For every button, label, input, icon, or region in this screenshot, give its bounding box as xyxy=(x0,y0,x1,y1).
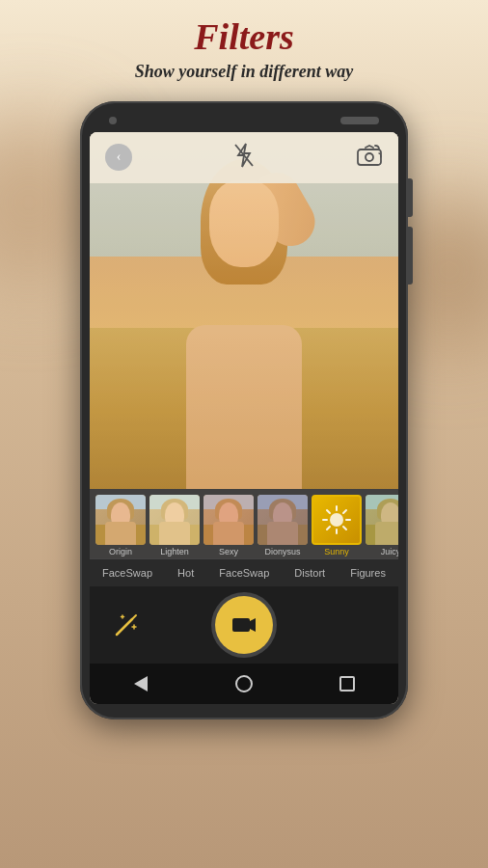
svg-line-12 xyxy=(327,527,330,529)
filter-dionysus-thumb xyxy=(258,495,308,545)
svg-rect-2 xyxy=(358,149,381,165)
back-button[interactable]: ‹ xyxy=(105,144,132,171)
svg-rect-19 xyxy=(232,618,250,632)
header: Filters Show yourself in different way xyxy=(0,0,488,92)
svg-line-13 xyxy=(117,619,132,635)
svg-line-9 xyxy=(327,510,330,513)
camera-switch-icon[interactable] xyxy=(356,144,383,171)
filter-dionysus-label: Dionysus xyxy=(264,547,300,556)
recent-nav-icon[interactable] xyxy=(337,673,358,694)
tab-faceswap-2[interactable]: FaceSwap xyxy=(215,565,273,581)
filter-sexy-label: Sexy xyxy=(219,547,238,556)
power-button xyxy=(408,178,413,217)
filter-juicy[interactable]: Juicy xyxy=(366,495,398,556)
tab-faceswap-1[interactable]: FaceSwap xyxy=(98,565,156,581)
filter-lighten-label: Lighten xyxy=(160,547,189,556)
filter-sexy[interactable]: Sexy xyxy=(203,495,254,556)
filter-origin-label: Origin xyxy=(109,547,132,556)
svg-point-4 xyxy=(330,513,343,527)
camera-controls xyxy=(90,586,398,664)
filter-sexy-thumb xyxy=(203,495,254,545)
phone-frame: ‹ xyxy=(80,101,408,719)
back-triangle xyxy=(134,676,148,692)
svg-marker-20 xyxy=(250,618,256,632)
category-tabs: FaceSwap Hot FaceSwap Distort Figures xyxy=(90,558,398,586)
filter-origin[interactable]: Origin xyxy=(95,495,146,556)
person-body xyxy=(186,325,302,489)
home-nav-icon[interactable] xyxy=(233,673,255,694)
page-title: Filters xyxy=(19,17,469,58)
page-subtitle: Show yourself in different way xyxy=(19,62,469,82)
magic-wand-button[interactable] xyxy=(109,608,144,642)
filter-sunny[interactable]: Sunny xyxy=(312,495,362,556)
svg-line-10 xyxy=(343,527,346,529)
camera-topbar: ‹ xyxy=(90,132,398,183)
record-button[interactable] xyxy=(215,596,273,654)
filter-dionysus[interactable]: Dionysus xyxy=(258,495,308,556)
filter-origin-thumb xyxy=(95,495,146,545)
filter-lighten[interactable]: Lighten xyxy=(149,495,200,556)
filter-strip: Origin Lighten xyxy=(90,489,398,558)
tab-distort[interactable]: Distort xyxy=(290,565,329,581)
phone-top xyxy=(90,117,398,132)
flash-icon[interactable] xyxy=(232,142,256,174)
speaker xyxy=(340,117,379,124)
person-face xyxy=(209,180,279,267)
phone-navbar xyxy=(90,664,398,704)
photo-preview xyxy=(90,132,398,489)
filter-sunny-thumb xyxy=(312,495,362,545)
back-nav-icon[interactable] xyxy=(130,673,151,694)
filter-juicy-thumb xyxy=(366,495,398,545)
home-circle xyxy=(235,675,253,692)
tab-figures[interactable]: Figures xyxy=(346,565,390,581)
filter-sunny-label: Sunny xyxy=(324,547,349,556)
volume-button xyxy=(408,227,413,285)
svg-line-11 xyxy=(343,510,346,513)
back-icon: ‹ xyxy=(117,149,122,165)
svg-point-3 xyxy=(366,153,373,161)
phone-screen: ‹ xyxy=(90,132,398,704)
filter-lighten-thumb xyxy=(149,495,200,545)
sunny-icon xyxy=(313,497,360,543)
front-camera xyxy=(109,117,117,124)
svg-line-14 xyxy=(132,615,136,619)
tab-hot[interactable]: Hot xyxy=(174,565,198,581)
filter-juicy-label: Juicy xyxy=(381,547,398,556)
recent-square xyxy=(339,676,355,692)
